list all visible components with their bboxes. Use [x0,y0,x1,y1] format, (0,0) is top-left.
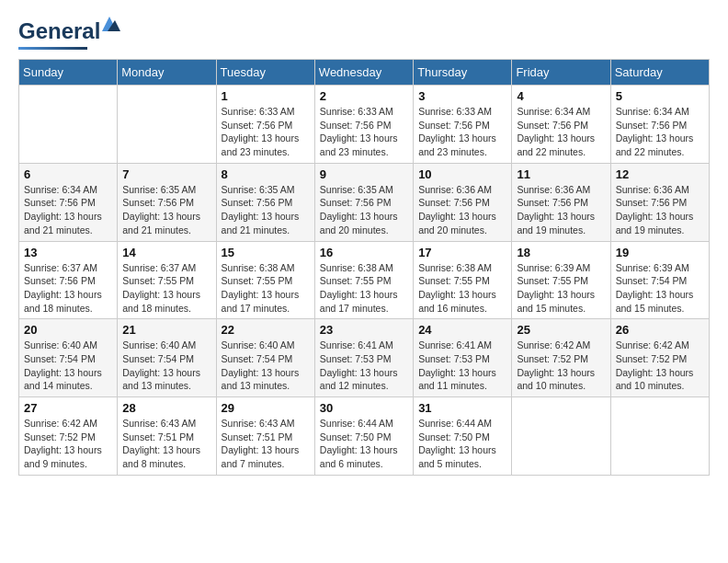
day-number: 30 [320,401,408,415]
day-number: 26 [616,323,704,337]
day-info: Sunrise: 6:36 AMSunset: 7:56 PMDaylight:… [616,183,704,237]
calendar-cell: 28Sunrise: 6:43 AMSunset: 7:51 PMDayligh… [118,397,216,476]
day-info: Sunrise: 6:35 AMSunset: 7:56 PMDaylight:… [222,183,310,237]
calendar-cell: 10Sunrise: 6:36 AMSunset: 7:56 PMDayligh… [414,163,512,241]
day-info: Sunrise: 6:34 AMSunset: 7:56 PMDaylight:… [24,183,112,237]
calendar-cell: 6Sunrise: 6:34 AMSunset: 7:56 PMDaylight… [19,163,118,241]
calendar-cell: 20Sunrise: 6:40 AMSunset: 7:54 PMDayligh… [19,319,118,397]
calendar-cell: 17Sunrise: 6:38 AMSunset: 7:55 PMDayligh… [414,241,512,319]
day-number: 17 [418,246,506,259]
day-number: 10 [418,167,506,181]
day-info: Sunrise: 6:36 AMSunset: 7:56 PMDaylight:… [517,183,605,237]
logo-bar [18,47,87,50]
calendar-cell: 29Sunrise: 6:43 AMSunset: 7:51 PMDayligh… [216,397,314,476]
day-number: 1 [222,89,310,103]
calendar-cell: 22Sunrise: 6:40 AMSunset: 7:54 PMDayligh… [216,319,314,397]
day-info: Sunrise: 6:38 AMSunset: 7:55 PMDaylight:… [222,261,310,316]
day-info: Sunrise: 6:38 AMSunset: 7:55 PMDaylight:… [320,261,408,316]
calendar-week-row-4: 20Sunrise: 6:40 AMSunset: 7:54 PMDayligh… [19,319,710,397]
calendar-cell: 1Sunrise: 6:33 AMSunset: 7:56 PMDaylight… [216,86,314,164]
calendar-week-row-2: 6Sunrise: 6:34 AMSunset: 7:56 PMDaylight… [19,163,710,241]
day-number: 19 [616,246,704,259]
day-info: Sunrise: 6:41 AMSunset: 7:53 PMDaylight:… [418,339,506,393]
day-info: Sunrise: 6:42 AMSunset: 7:52 PMDaylight:… [24,417,112,471]
calendar-cell: 23Sunrise: 6:41 AMSunset: 7:53 PMDayligh… [314,319,413,397]
calendar-cell [118,86,216,164]
day-number: 3 [418,89,506,103]
day-number: 27 [24,401,112,415]
calendar-cell: 15Sunrise: 6:38 AMSunset: 7:55 PMDayligh… [216,241,314,319]
day-header-wednesday: Wednesday [314,60,413,86]
calendar-cell: 5Sunrise: 6:34 AMSunset: 7:56 PMDaylight… [610,86,709,164]
calendar-cell: 2Sunrise: 6:33 AMSunset: 7:56 PMDaylight… [314,86,413,164]
day-info: Sunrise: 6:42 AMSunset: 7:52 PMDaylight:… [616,339,704,393]
day-number: 12 [616,167,704,181]
day-number: 6 [24,167,112,181]
day-info: Sunrise: 6:43 AMSunset: 7:51 PMDaylight:… [222,417,310,471]
day-info: Sunrise: 6:40 AMSunset: 7:54 PMDaylight:… [24,339,112,393]
day-header-friday: Friday [512,60,610,86]
calendar-table: SundayMondayTuesdayWednesdayThursdayFrid… [18,59,710,476]
day-number: 31 [418,401,506,415]
day-number: 7 [122,167,210,181]
day-number: 24 [418,323,506,337]
day-header-saturday: Saturday [610,60,709,86]
day-info: Sunrise: 6:38 AMSunset: 7:55 PMDaylight:… [418,261,506,316]
calendar-cell: 14Sunrise: 6:37 AMSunset: 7:55 PMDayligh… [118,241,216,319]
day-info: Sunrise: 6:39 AMSunset: 7:54 PMDaylight:… [616,261,704,316]
day-info: Sunrise: 6:43 AMSunset: 7:51 PMDaylight:… [122,417,210,471]
day-header-tuesday: Tuesday [216,60,314,86]
day-info: Sunrise: 6:40 AMSunset: 7:54 PMDaylight:… [122,339,210,393]
day-info: Sunrise: 6:37 AMSunset: 7:56 PMDaylight:… [24,261,112,316]
day-info: Sunrise: 6:42 AMSunset: 7:52 PMDaylight:… [517,339,605,393]
day-number: 15 [222,246,310,259]
calendar-cell: 4Sunrise: 6:34 AMSunset: 7:56 PMDaylight… [512,86,610,164]
calendar-cell: 27Sunrise: 6:42 AMSunset: 7:52 PMDayligh… [19,397,118,476]
day-number: 18 [517,246,605,259]
day-number: 5 [616,89,704,103]
day-number: 23 [320,323,408,337]
day-info: Sunrise: 6:37 AMSunset: 7:55 PMDaylight:… [122,261,210,316]
calendar-cell: 31Sunrise: 6:44 AMSunset: 7:50 PMDayligh… [414,397,512,476]
calendar-week-row-1: 1Sunrise: 6:33 AMSunset: 7:56 PMDaylight… [19,86,710,164]
logo-general: General [18,18,100,43]
calendar-cell [512,397,610,476]
day-info: Sunrise: 6:39 AMSunset: 7:55 PMDaylight:… [517,261,605,316]
logo: General [18,18,100,50]
calendar-cell: 30Sunrise: 6:44 AMSunset: 7:50 PMDayligh… [314,397,413,476]
day-number: 28 [122,401,210,415]
calendar-cell: 26Sunrise: 6:42 AMSunset: 7:52 PMDayligh… [610,319,709,397]
day-info: Sunrise: 6:34 AMSunset: 7:56 PMDaylight:… [616,105,704,159]
day-number: 20 [24,323,112,337]
calendar-cell: 7Sunrise: 6:35 AMSunset: 7:56 PMDaylight… [118,163,216,241]
day-number: 13 [24,246,112,259]
calendar-cell: 12Sunrise: 6:36 AMSunset: 7:56 PMDayligh… [610,163,709,241]
page-header: General [18,18,710,50]
calendar-week-row-3: 13Sunrise: 6:37 AMSunset: 7:56 PMDayligh… [19,241,710,319]
calendar-cell: 19Sunrise: 6:39 AMSunset: 7:54 PMDayligh… [610,241,709,319]
day-number: 9 [320,167,408,181]
day-info: Sunrise: 6:34 AMSunset: 7:56 PMDaylight:… [517,105,605,159]
day-number: 4 [517,89,605,103]
day-number: 21 [122,323,210,337]
day-number: 11 [517,167,605,181]
day-info: Sunrise: 6:35 AMSunset: 7:56 PMDaylight:… [122,183,210,237]
day-number: 14 [122,246,210,259]
day-header-monday: Monday [118,60,216,86]
day-info: Sunrise: 6:44 AMSunset: 7:50 PMDaylight:… [320,417,408,471]
day-number: 16 [320,246,408,259]
day-info: Sunrise: 6:33 AMSunset: 7:56 PMDaylight:… [418,105,506,159]
day-info: Sunrise: 6:33 AMSunset: 7:56 PMDaylight:… [222,105,310,159]
day-number: 22 [222,323,310,337]
calendar-cell: 3Sunrise: 6:33 AMSunset: 7:56 PMDaylight… [414,86,512,164]
calendar-cell: 24Sunrise: 6:41 AMSunset: 7:53 PMDayligh… [414,319,512,397]
day-number: 8 [222,167,310,181]
calendar-cell: 13Sunrise: 6:37 AMSunset: 7:56 PMDayligh… [19,241,118,319]
calendar-cell [610,397,709,476]
day-info: Sunrise: 6:40 AMSunset: 7:54 PMDaylight:… [222,339,310,393]
day-info: Sunrise: 6:44 AMSunset: 7:50 PMDaylight:… [418,417,506,471]
day-number: 25 [517,323,605,337]
calendar-cell [19,86,118,164]
day-info: Sunrise: 6:36 AMSunset: 7:56 PMDaylight:… [418,183,506,237]
day-info: Sunrise: 6:35 AMSunset: 7:56 PMDaylight:… [320,183,408,237]
